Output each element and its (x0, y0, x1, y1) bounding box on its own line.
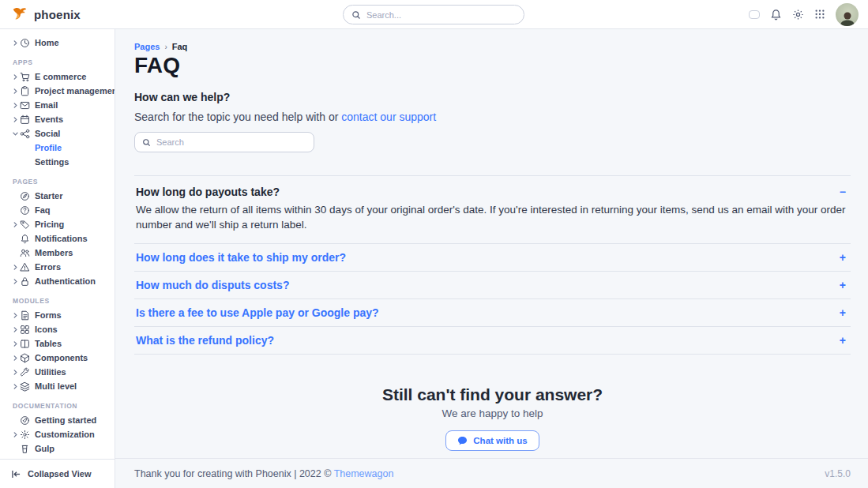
sidebar-item-home[interactable]: Home (0, 36, 115, 50)
sidebar-item-events[interactable]: Events (0, 112, 115, 126)
share-icon (20, 129, 35, 139)
sidebar-section-label: MODULES (0, 297, 115, 305)
faq-search[interactable] (134, 132, 314, 152)
sidebar-item-tables[interactable]: Tables (0, 336, 115, 351)
sidebar-item-label: Home (35, 38, 59, 47)
search-icon (142, 138, 151, 147)
sidebar-item-label: E commerce (35, 72, 86, 81)
wrench-icon (20, 367, 35, 377)
sidebar-item-label: Errors (35, 262, 61, 272)
sidebar-subitem-profile[interactable]: Profile (0, 141, 115, 155)
warning-icon (20, 262, 35, 272)
sidebar-nav: HomeAPPSE commerceProject managementEmai… (0, 29, 115, 459)
caret-icon (13, 40, 20, 46)
sidebar-item-notifications[interactable]: Notifications (0, 231, 115, 246)
chat-button-label: Chat with us (473, 436, 527, 445)
faq-question[interactable]: How much do disputs costs?+ (134, 272, 851, 298)
sidebar-item-pricing[interactable]: Pricing (0, 217, 115, 231)
collapsed-view-toggle[interactable]: Collapsed View (0, 459, 115, 488)
sidebar-item-label: Faq (35, 205, 51, 215)
collapse-arrow-icon (11, 470, 21, 479)
caret-icon (13, 265, 20, 270)
faq-answer: We allow the return of all items within … (134, 200, 851, 243)
calendar-icon (20, 114, 35, 125)
sidebar-item-errors[interactable]: Errors (0, 260, 115, 274)
chat-with-us-button[interactable]: Chat with us (445, 430, 539, 451)
faq-question[interactable]: How long do payouts take?− (134, 176, 851, 200)
faq-question[interactable]: Is there a fee to use Apple pay or Googl… (134, 299, 851, 326)
faq-question[interactable]: What is the refund policy?+ (134, 327, 851, 354)
sidebar-item-starter[interactable]: Starter (0, 189, 115, 203)
caret-icon (13, 74, 20, 80)
sidebar-item-project-management[interactable]: Project management (0, 84, 115, 98)
plus-icon[interactable]: + (840, 307, 846, 318)
help-heading: How can we help? (134, 91, 851, 103)
clock-icon (20, 38, 35, 48)
cta-subtext: We are happy to help (134, 407, 851, 419)
table-icon (20, 339, 35, 349)
breadcrumb: Pages › Faq (134, 42, 851, 51)
page-footer: Thank you for creating with Phoenix | 20… (115, 458, 868, 488)
sidebar-subitem-settings[interactable]: Settings (0, 155, 115, 169)
top-navbar: phoenix (0, 0, 868, 29)
global-search-input[interactable] (366, 10, 516, 20)
sidebar-item-customization[interactable]: Customization (0, 427, 115, 441)
sidebar-section-label: PAGES (0, 178, 115, 186)
package-icon (20, 353, 35, 363)
caret-icon (13, 327, 20, 332)
sidebar-item-icons[interactable]: Icons (0, 322, 115, 336)
user-avatar[interactable] (836, 3, 859, 26)
brand-logo[interactable]: phoenix (11, 6, 81, 22)
sidebar-item-authentication[interactable]: Authentication (0, 274, 115, 288)
cta-heading: Still can't find your answer? (134, 385, 851, 404)
sidebar-item-multi-level[interactable]: Multi level (0, 379, 115, 393)
theme-toggle[interactable] (749, 10, 760, 19)
global-search[interactable] (343, 5, 524, 24)
plus-icon[interactable]: + (840, 252, 846, 263)
sidebar-item-faq[interactable]: Faq (0, 203, 115, 217)
plus-icon[interactable]: + (840, 280, 846, 291)
sidebar-item-label: Starter (35, 191, 62, 201)
caret-icon (13, 313, 20, 318)
cart-icon (20, 72, 35, 82)
collapsed-view-label: Collapsed View (28, 469, 92, 479)
breadcrumb-pages-link[interactable]: Pages (134, 42, 160, 51)
sidebar-item-members[interactable]: Members (0, 246, 115, 260)
faq-question-text: Is there a fee to use Apple pay or Googl… (136, 306, 379, 319)
gear-icon (20, 430, 35, 440)
sidebar-item-social[interactable]: Social (0, 126, 115, 141)
clipboard-icon (20, 86, 35, 96)
envelope-icon (20, 100, 35, 111)
sidebar-item-email[interactable]: Email (0, 98, 115, 112)
sidebar-item-label: Events (35, 114, 63, 124)
breadcrumb-current: Faq (172, 42, 188, 51)
minus-icon[interactable]: − (840, 186, 846, 197)
grid-icon (20, 325, 35, 335)
sidebar-item-e-commerce[interactable]: E commerce (0, 69, 115, 84)
caret-icon (13, 222, 20, 227)
sidebar-item-getting-started[interactable]: Getting started (0, 413, 115, 427)
rocket-icon (20, 415, 35, 426)
sidebar-item-label: Components (35, 353, 88, 362)
sidebar-item-label: Multi level (35, 381, 77, 391)
faq-question[interactable]: How long does it take to ship my order?+ (134, 244, 851, 271)
themewagon-link[interactable]: Themewagon (334, 468, 394, 479)
settings-gear-icon[interactable] (792, 9, 804, 21)
contact-support-link[interactable]: contact our support (341, 111, 436, 123)
apps-grid-icon[interactable] (814, 9, 825, 20)
sidebar-item-utilities[interactable]: Utilities (0, 365, 115, 379)
sidebar-item-gulp[interactable]: Gulp (0, 441, 115, 456)
faq-item: How long does it take to ship my order?+ (134, 243, 851, 271)
notifications-bell-icon[interactable] (770, 9, 782, 21)
sidebar-item-label: Forms (35, 310, 62, 320)
gulp-icon (20, 444, 35, 454)
faq-question-text: How long do payouts take? (136, 186, 280, 198)
sidebar-item-label: Social (35, 129, 60, 138)
version-label: v1.5.0 (825, 468, 851, 479)
sidebar-item-forms[interactable]: Forms (0, 308, 115, 322)
faq-search-input[interactable] (156, 137, 306, 147)
sidebar-item-label: Icons (35, 325, 58, 334)
phoenix-bird-icon (11, 6, 28, 22)
sidebar-item-components[interactable]: Components (0, 351, 115, 365)
plus-icon[interactable]: + (840, 335, 846, 346)
